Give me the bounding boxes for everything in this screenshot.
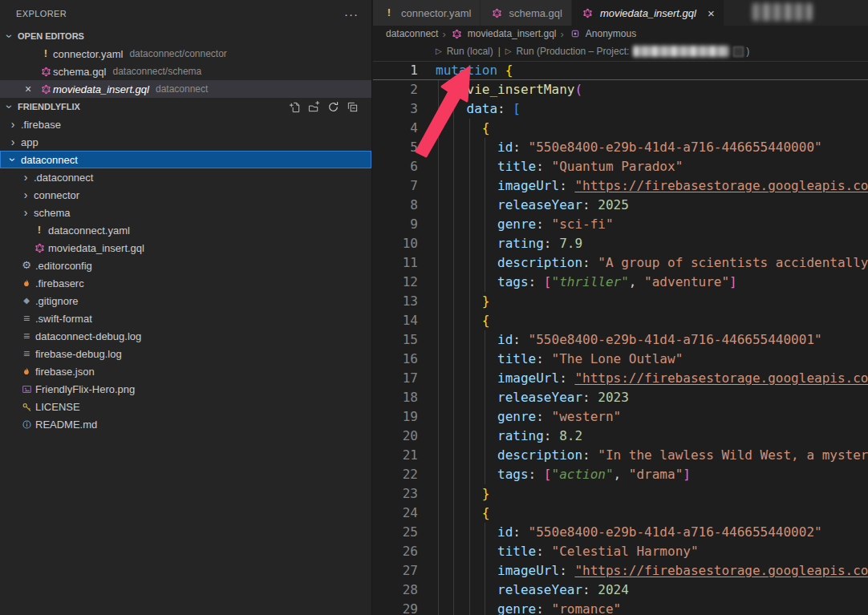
code-line[interactable]: releaseYear: 2024 bbox=[436, 581, 868, 600]
new-file-icon[interactable] bbox=[289, 101, 301, 113]
code-line[interactable]: rating: 8.2 bbox=[436, 427, 868, 446]
line-number[interactable]: 14 bbox=[373, 311, 418, 330]
breadcrumb-item-Anonymous[interactable]: Anonymous bbox=[568, 28, 636, 39]
code-line[interactable]: movie_insertMany( bbox=[436, 80, 868, 99]
tree-item-firebase.json[interactable]: firebase.json bbox=[0, 362, 371, 380]
tree-item-firebase-debug.log[interactable]: ≡firebase-debug.log bbox=[0, 345, 371, 362]
code-line[interactable]: tags: ["thriller", "adventure"] bbox=[436, 273, 868, 292]
code-line[interactable]: genre: "western" bbox=[436, 407, 868, 427]
line-number[interactable]: 6 bbox=[373, 157, 418, 176]
tree-item-FriendlyFlix-Hero.png[interactable]: FriendlyFlix-Hero.png bbox=[0, 380, 371, 398]
line-number[interactable]: 13 bbox=[373, 292, 418, 311]
tree-item-.firebase[interactable]: ›.firebase bbox=[0, 115, 371, 133]
code-line[interactable]: genre: "romance" bbox=[436, 600, 868, 615]
close-icon[interactable]: × bbox=[708, 6, 715, 20]
code-line[interactable]: releaseYear: 2023 bbox=[436, 388, 868, 407]
code-line[interactable]: description: "In the lawless Wild West, … bbox=[436, 446, 868, 465]
code-line[interactable]: data: [ bbox=[436, 99, 868, 119]
line-number[interactable]: 25 bbox=[373, 523, 418, 542]
code-line[interactable]: genre: "sci-fi" bbox=[436, 215, 868, 234]
tree-item-.firebaserc[interactable]: .firebaserc bbox=[0, 274, 371, 292]
close-icon[interactable]: × bbox=[22, 83, 34, 95]
code-line[interactable]: imageUrl: "https://firebasestorage.googl… bbox=[436, 369, 868, 388]
open-editor-item[interactable]: ×moviedata_insert.gqldataconnect bbox=[0, 80, 371, 98]
line-number[interactable]: 3 bbox=[373, 99, 418, 119]
open-editor-item[interactable]: schema.gqldataconnect/schema bbox=[0, 63, 371, 80]
refresh-icon[interactable] bbox=[327, 101, 339, 113]
tree-item-LICENSE[interactable]: LICENSE bbox=[0, 398, 371, 415]
line-number[interactable]: 22 bbox=[373, 465, 418, 484]
line-number[interactable]: 29 bbox=[373, 600, 418, 615]
breadcrumb-item-dataconnect[interactable]: dataconnect bbox=[386, 28, 438, 39]
code-line[interactable]: { bbox=[436, 311, 868, 330]
line-number[interactable]: 28 bbox=[373, 581, 418, 600]
more-actions-icon[interactable]: ··· bbox=[344, 7, 359, 21]
line-number[interactable]: 21 bbox=[373, 446, 418, 465]
line-number[interactable]: 11 bbox=[373, 253, 418, 273]
code-line[interactable]: releaseYear: 2025 bbox=[436, 196, 868, 215]
line-number[interactable]: 1 bbox=[373, 61, 418, 80]
line-number[interactable]: 18 bbox=[373, 388, 418, 407]
line-number[interactable]: 26 bbox=[373, 542, 418, 561]
code-line[interactable]: title: "The Lone Outlaw" bbox=[436, 350, 868, 369]
code-line[interactable]: imageUrl: "https://firebasestorage.googl… bbox=[436, 561, 868, 581]
line-number[interactable]: 27 bbox=[373, 561, 418, 581]
line-number[interactable]: 5 bbox=[373, 138, 418, 157]
code-line[interactable]: } bbox=[436, 484, 868, 504]
breadcrumb-item-moviedata_insert.gql[interactable]: moviedata_insert.gql bbox=[450, 28, 557, 39]
tree-item-moviedata_insert.gql[interactable]: moviedata_insert.gql bbox=[0, 239, 371, 257]
code-line[interactable]: title: "Celestial Harmony" bbox=[436, 542, 868, 561]
code-line[interactable]: id: "550e8400-e29b-41d4-a716-44665544000… bbox=[436, 330, 868, 350]
editor-content[interactable]: ▷ Run (local) | ▷ Run (Production – Proj… bbox=[373, 42, 868, 615]
tree-item-dataconnect[interactable]: ›dataconnect bbox=[0, 151, 371, 168]
new-folder-icon[interactable] bbox=[308, 101, 320, 113]
tree-item-README.md[interactable]: README.md bbox=[0, 415, 371, 433]
tab-moviedata_insert.gql[interactable]: moviedata_insert.gql× bbox=[572, 0, 724, 26]
code-line[interactable]: id: "550e8400-e29b-41d4-a716-44665544000… bbox=[436, 138, 868, 157]
run-production-link[interactable]: Run (Production – Project: ) bbox=[517, 42, 750, 61]
line-number[interactable]: 7 bbox=[373, 176, 418, 196]
tree-item-.editorconfig[interactable]: ⚙.editorconfig bbox=[0, 257, 371, 274]
code-lines[interactable]: mutation { movie_insertMany( data: [ { i… bbox=[436, 61, 868, 615]
tree-item-.dataconnect[interactable]: ›.dataconnect bbox=[0, 168, 371, 186]
line-number[interactable]: 16 bbox=[373, 350, 418, 369]
collapse-all-icon[interactable] bbox=[347, 101, 359, 113]
line-number[interactable]: 19 bbox=[373, 407, 418, 427]
run-local-link[interactable]: Run (local) bbox=[447, 42, 493, 61]
tree-item-dataconnect-debug.log[interactable]: ≡dataconnect-debug.log bbox=[0, 327, 371, 345]
tab-connector.yaml[interactable]: !connector.yaml bbox=[373, 0, 481, 26]
line-number[interactable]: 12 bbox=[373, 273, 418, 292]
code-line[interactable]: rating: 7.9 bbox=[436, 234, 868, 253]
line-number[interactable]: 20 bbox=[373, 427, 418, 446]
open-editors-header[interactable]: › OPEN EDITORS bbox=[0, 27, 371, 45]
line-number[interactable]: 15 bbox=[373, 330, 418, 350]
code-line[interactable]: } bbox=[436, 292, 868, 311]
tree-item-dataconnect.yaml[interactable]: !dataconnect.yaml bbox=[0, 221, 371, 239]
code-line[interactable]: { bbox=[436, 119, 868, 138]
code-line[interactable]: title: "Quantum Paradox" bbox=[436, 157, 868, 176]
code-line[interactable]: mutation { bbox=[436, 61, 868, 80]
indent-guide bbox=[438, 504, 439, 523]
tab-schema.gql[interactable]: schema.gql bbox=[481, 0, 571, 26]
line-number[interactable]: 9 bbox=[373, 215, 418, 234]
tree-item-connector[interactable]: ›connector bbox=[0, 186, 371, 204]
project-section-header[interactable]: › FRIENDLYFLIX bbox=[0, 98, 371, 115]
line-number[interactable]: 23 bbox=[373, 484, 418, 504]
line-number[interactable]: 4 bbox=[373, 119, 418, 138]
open-editor-item[interactable]: !connector.yamldataconnect/connector bbox=[0, 45, 371, 63]
code-line[interactable]: imageUrl: "https://firebasestorage.googl… bbox=[436, 176, 868, 196]
line-number[interactable]: 24 bbox=[373, 504, 418, 523]
code-line[interactable]: tags: ["action", "drama"] bbox=[436, 465, 868, 484]
line-number[interactable]: 2 bbox=[373, 80, 418, 99]
tree-item-label: README.md bbox=[35, 419, 97, 431]
code-line[interactable]: { bbox=[436, 504, 868, 523]
tree-item-.swift-format[interactable]: ≡.swift-format bbox=[0, 310, 371, 327]
line-number[interactable]: 8 bbox=[373, 196, 418, 215]
code-line[interactable]: id: "550e8400-e29b-41d4-a716-44665544000… bbox=[436, 523, 868, 542]
line-number[interactable]: 10 bbox=[373, 234, 418, 253]
tree-item-app[interactable]: ›app bbox=[0, 133, 371, 151]
line-number[interactable]: 17 bbox=[373, 369, 418, 388]
tree-item-.gitignore[interactable]: ◆.gitignore bbox=[0, 292, 371, 310]
tree-item-schema[interactable]: ›schema bbox=[0, 204, 371, 221]
code-line[interactable]: description: "A group of scientists acci… bbox=[436, 253, 868, 273]
